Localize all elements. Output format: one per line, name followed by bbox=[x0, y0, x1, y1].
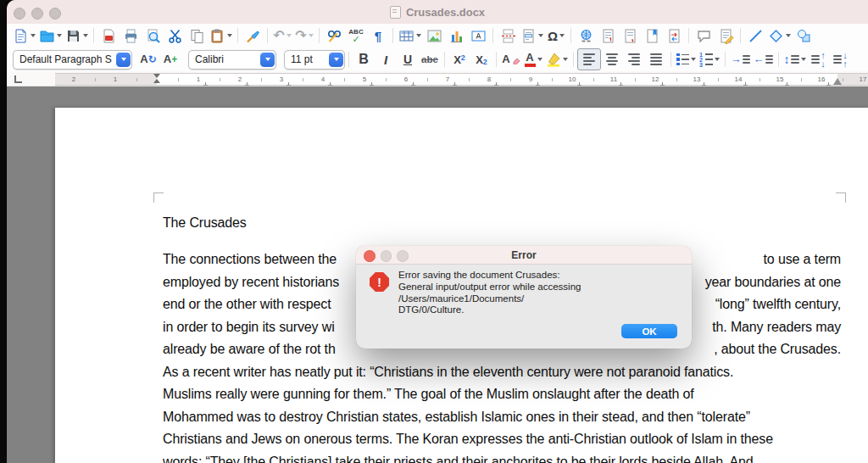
paragraph-style-combo[interactable]: Default Paragraph S bbox=[13, 50, 132, 70]
insert-endnote-button[interactable] bbox=[619, 25, 641, 46]
spelling-button[interactable]: ABC✓ bbox=[345, 25, 367, 46]
bullet-list-dropdown[interactable] bbox=[691, 58, 696, 61]
ruler-halftick bbox=[261, 78, 262, 81]
save-button[interactable] bbox=[64, 25, 90, 46]
window-titlebar[interactable]: Crusades.docx bbox=[7, 0, 868, 25]
font-color-dropdown[interactable] bbox=[537, 58, 542, 61]
special-character-button[interactable]: Ω bbox=[545, 25, 567, 46]
undo-dropdown[interactable] bbox=[287, 34, 292, 37]
new-style-button[interactable]: A+ bbox=[159, 49, 181, 70]
text-line[interactable]: words: “They [the Christians] take their… bbox=[163, 451, 841, 463]
bold-button[interactable]: B bbox=[353, 49, 375, 70]
ruler-number: 9 bbox=[529, 75, 532, 84]
cross-reference-button[interactable] bbox=[663, 25, 685, 46]
ruler-strip[interactable]: 211234567891011121314151617 bbox=[55, 73, 868, 86]
insert-text-box-button[interactable] bbox=[467, 25, 489, 46]
strikethrough-button[interactable]: abe bbox=[419, 49, 441, 70]
paragraph-style-dropdown[interactable] bbox=[116, 53, 131, 67]
line-spacing-button[interactable]: ↕ bbox=[782, 49, 808, 70]
print-button[interactable] bbox=[120, 25, 142, 46]
undo-button[interactable]: ↶ bbox=[271, 25, 293, 46]
paste-dropdown[interactable] bbox=[227, 34, 232, 37]
track-changes-button[interactable] bbox=[715, 25, 737, 46]
special-character-dropdown[interactable] bbox=[559, 34, 565, 37]
superscript-button[interactable]: X2 bbox=[448, 49, 470, 70]
dialog-close-button[interactable] bbox=[364, 250, 376, 262]
increase-paragraph-spacing-button[interactable]: ↑↓ bbox=[808, 49, 830, 70]
insert-chart-button[interactable] bbox=[445, 25, 467, 46]
underline-button[interactable]: U bbox=[397, 49, 419, 70]
text-line[interactable]: Mohammed was to destroy Christian states… bbox=[163, 406, 841, 429]
font-name-dropdown[interactable] bbox=[260, 53, 275, 67]
update-style-button[interactable]: A↻ bbox=[137, 49, 159, 70]
open-button[interactable] bbox=[37, 25, 64, 46]
insert-field-dropdown[interactable] bbox=[538, 34, 543, 37]
left-indent-marker[interactable] bbox=[153, 74, 160, 83]
right-indent-marker[interactable] bbox=[833, 78, 842, 85]
paste-button[interactable] bbox=[208, 25, 234, 46]
ruler-halftick bbox=[635, 78, 636, 81]
save-dropdown[interactable] bbox=[83, 34, 88, 37]
clear-formatting-button[interactable]: A bbox=[500, 49, 522, 70]
decrease-paragraph-spacing-button[interactable]: ↓↑ bbox=[830, 49, 852, 70]
insert-field-button[interactable] bbox=[519, 25, 545, 46]
insert-line-button[interactable] bbox=[744, 25, 766, 46]
numbered-list-dropdown[interactable] bbox=[715, 58, 720, 61]
print-preview-button[interactable] bbox=[142, 25, 164, 46]
italic-button[interactable]: I bbox=[375, 49, 397, 70]
font-size-dropdown[interactable] bbox=[329, 53, 343, 67]
insert-page-break-button[interactable] bbox=[497, 25, 519, 46]
insert-image-button[interactable] bbox=[423, 25, 445, 46]
align-center-button[interactable] bbox=[601, 49, 623, 70]
new-document-dropdown[interactable] bbox=[31, 34, 36, 37]
text-line[interactable]: As a recent writer has neatly put it: “C… bbox=[163, 361, 841, 384]
font-color-button[interactable]: A bbox=[522, 49, 544, 70]
clone-formatting-button[interactable] bbox=[242, 25, 264, 46]
highlight-color-button[interactable] bbox=[544, 49, 570, 70]
insert-footnote-button[interactable] bbox=[597, 25, 619, 46]
toolbar-separator bbox=[444, 52, 445, 67]
ruler-number: 12 bbox=[652, 75, 659, 84]
basic-shapes-button[interactable] bbox=[766, 25, 793, 46]
insert-comment-button[interactable] bbox=[693, 25, 715, 46]
increase-indent-button[interactable]: → bbox=[729, 49, 752, 70]
insert-bookmark-button[interactable] bbox=[641, 25, 663, 46]
ruler-tabstop-mark bbox=[411, 82, 415, 86]
font-name-combo[interactable]: Calibri bbox=[188, 50, 276, 70]
font-size-combo[interactable]: 11 pt bbox=[284, 50, 345, 70]
strikethrough-label: abe bbox=[421, 54, 438, 64]
insert-table-dropdown[interactable] bbox=[416, 34, 421, 37]
para-arrows: ↑↓ bbox=[821, 51, 826, 68]
undo-arrow-icon: ↶ bbox=[273, 29, 284, 42]
text-line[interactable]: Muslims really were gunning for them.” T… bbox=[163, 383, 841, 406]
ok-button[interactable]: OK bbox=[621, 324, 677, 338]
highlight-color-dropdown[interactable] bbox=[563, 58, 568, 61]
formatting-marks-button[interactable]: ¶ bbox=[367, 25, 389, 46]
hyperlink-button[interactable] bbox=[575, 25, 597, 46]
new-document-button[interactable] bbox=[11, 25, 37, 46]
open-dropdown[interactable] bbox=[57, 34, 62, 37]
justify-button[interactable] bbox=[645, 49, 667, 70]
document-heading[interactable]: The Crusades bbox=[163, 211, 841, 234]
text-line[interactable]: Christians and Jews on onerous terms. Th… bbox=[163, 428, 841, 451]
redo-button[interactable]: ↷ bbox=[293, 25, 315, 46]
subscript-button[interactable]: X2 bbox=[470, 49, 492, 70]
bullet-list-button[interactable] bbox=[675, 49, 698, 70]
cut-button[interactable] bbox=[164, 25, 186, 46]
basic-shapes-dropdown[interactable] bbox=[786, 34, 791, 37]
horizontal-ruler[interactable]: 211234567891011121314151617 bbox=[7, 71, 868, 86]
line-spacing-dropdown[interactable] bbox=[801, 58, 806, 61]
align-right-button[interactable] bbox=[623, 49, 645, 70]
export-pdf-button[interactable] bbox=[97, 25, 120, 46]
redo-dropdown[interactable] bbox=[309, 34, 314, 37]
tab-stop-selector[interactable] bbox=[14, 75, 22, 83]
show-draw-functions-button[interactable] bbox=[793, 25, 815, 46]
insert-table-button[interactable] bbox=[397, 25, 423, 46]
align-left-button[interactable] bbox=[577, 48, 601, 70]
formatting-toolbar: Default Paragraph S A↻ A+ Calibri 11 pt … bbox=[7, 47, 868, 72]
toolbar-separator bbox=[725, 52, 726, 67]
decrease-indent-button[interactable]: ← bbox=[752, 49, 775, 70]
find-replace-button[interactable] bbox=[323, 25, 345, 46]
numbered-list-button[interactable]: 123 bbox=[698, 49, 721, 70]
copy-button[interactable] bbox=[186, 25, 208, 46]
